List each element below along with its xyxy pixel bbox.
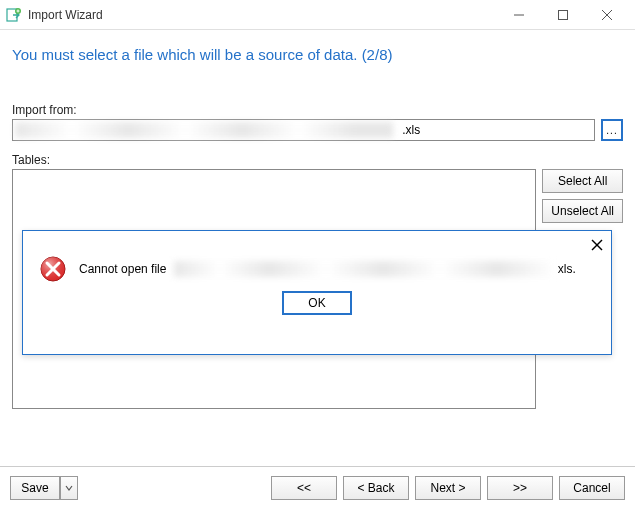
- maximize-button[interactable]: [541, 1, 585, 29]
- redacted-path: [15, 122, 393, 138]
- tables-label: Tables:: [12, 153, 623, 167]
- unselect-all-button[interactable]: Unselect All: [542, 199, 623, 223]
- window-title: Import Wizard: [28, 8, 497, 22]
- step-heading: You must select a file which will be a s…: [12, 46, 623, 63]
- first-button[interactable]: <<: [271, 476, 337, 500]
- dialog-message: Cannot open file xls.: [79, 261, 595, 277]
- titlebar: Import Wizard: [0, 0, 635, 30]
- browse-button[interactable]: ...: [601, 119, 623, 141]
- select-all-button[interactable]: Select All: [542, 169, 623, 193]
- close-button[interactable]: [585, 1, 629, 29]
- dialog-close-button[interactable]: [591, 237, 603, 255]
- svg-rect-3: [559, 10, 568, 19]
- back-button[interactable]: < Back: [343, 476, 409, 500]
- minimize-button[interactable]: [497, 1, 541, 29]
- ok-button[interactable]: OK: [282, 291, 352, 315]
- chevron-down-icon: [65, 484, 73, 492]
- next-button[interactable]: Next >: [415, 476, 481, 500]
- error-dialog: Cannot open file xls. OK: [22, 230, 612, 355]
- save-button[interactable]: Save: [10, 476, 60, 500]
- import-from-label: Import from:: [12, 103, 623, 117]
- import-wizard-icon: [6, 7, 22, 23]
- error-icon: [39, 255, 67, 283]
- save-dropdown-button[interactable]: [60, 476, 78, 500]
- import-from-input[interactable]: .xls: [12, 119, 595, 141]
- cancel-button[interactable]: Cancel: [559, 476, 625, 500]
- last-button[interactable]: >>: [487, 476, 553, 500]
- redacted-filename: [174, 261, 554, 277]
- import-from-visible-text: .xls: [402, 123, 420, 137]
- wizard-footer: Save << < Back Next > >> Cancel: [0, 466, 635, 508]
